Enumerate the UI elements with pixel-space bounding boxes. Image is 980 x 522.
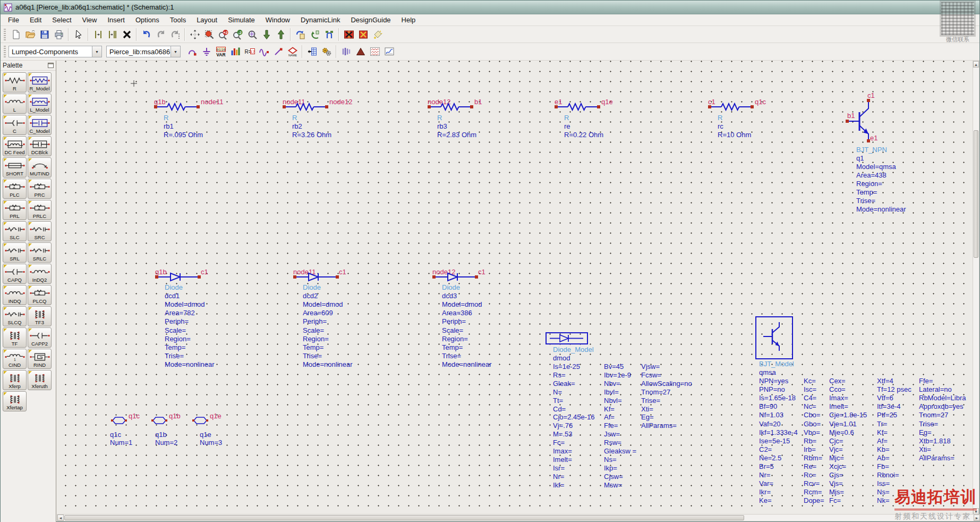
name-icon[interactable]: NAME <box>285 45 300 58</box>
component-type[interactable]: R <box>718 114 722 122</box>
model-param[interactable]: Ibvl= <box>604 389 619 396</box>
diode-symbol-dcd3[interactable] <box>432 272 479 282</box>
component-param[interactable]: Num=3 <box>200 439 222 447</box>
model-param[interactable]: Ne=2.5 <box>759 454 781 462</box>
component-param[interactable]: Region= <box>442 335 468 343</box>
arrow-up-icon[interactable] <box>274 28 288 41</box>
component-param[interactable]: Model=qmsa <box>856 163 896 171</box>
component-name[interactable]: rb3 <box>437 123 447 130</box>
model-param[interactable]: Nr= <box>759 472 770 479</box>
menu-item[interactable]: View <box>77 15 103 25</box>
component-param[interactable]: R=10 Ohm <box>718 131 751 139</box>
component-name[interactable]: q1 <box>856 155 864 162</box>
model-param[interactable]: Gbo= <box>804 420 821 428</box>
model-param[interactable]: Is=1.65e-18 <box>759 394 796 402</box>
node-label[interactable]: q1c <box>129 412 140 420</box>
model-param[interactable]: Rsw= <box>604 439 621 447</box>
model-param[interactable]: AllParams= <box>641 422 677 430</box>
model-param[interactable]: Nbv= <box>604 380 620 388</box>
palette-item[interactable]: TF3 <box>28 306 52 326</box>
resistor-symbol-re[interactable] <box>554 103 601 111</box>
simulation-gears-icon[interactable] <box>319 45 334 58</box>
redo-icon[interactable] <box>154 28 168 41</box>
model-param[interactable]: Kb= <box>877 446 890 453</box>
menu-item[interactable]: Simulate <box>223 15 260 25</box>
redo-history-icon[interactable] <box>168 28 182 41</box>
menu-item[interactable]: File <box>3 15 24 25</box>
component-param[interactable]: Area=438 <box>856 172 887 179</box>
port-icon[interactable] <box>185 45 199 58</box>
model-param[interactable]: Eg= <box>641 414 654 421</box>
palette-float-icon[interactable] <box>48 63 54 68</box>
model-param[interactable]: Vbo= <box>804 429 820 436</box>
model-param[interactable]: Vj=.76 <box>553 422 573 430</box>
palette-item[interactable]: 1 CIND <box>3 349 27 369</box>
horizontal-scroll-thumb[interactable] <box>64 515 744 520</box>
model-param[interactable]: RbModel=Libra <box>919 394 966 402</box>
component-name[interactable]: q1e <box>200 431 211 439</box>
new-file-icon[interactable] <box>8 28 23 41</box>
component-history-select[interactable]: Pierce_lib:msa0686 ▼ <box>106 46 181 57</box>
palette-item[interactable]: DC Feed <box>3 136 27 156</box>
component-param[interactable]: R=2.83 Ohm <box>437 131 476 139</box>
component-name[interactable]: qmsa <box>759 369 776 376</box>
palette-item[interactable]: CAPQ <box>3 264 27 284</box>
deactivate-component-icon[interactable] <box>342 28 356 41</box>
zoom-point-icon[interactable] <box>245 28 259 41</box>
chevron-down-icon[interactable]: ▼ <box>171 46 180 57</box>
model-param[interactable]: Cbo= <box>804 411 820 419</box>
component-param[interactable]: Trise= <box>856 197 875 205</box>
node-label[interactable]: c1 <box>478 268 485 276</box>
model-param[interactable]: Kf= <box>877 429 888 436</box>
component-name[interactable]: dmod <box>553 355 570 362</box>
component-param[interactable]: R=.095 Ohm <box>164 131 203 139</box>
model-param[interactable]: Ikf=1.333e-4 <box>759 429 798 436</box>
print-icon[interactable] <box>52 28 66 41</box>
component-type[interactable]: Diode <box>303 284 321 291</box>
component-param[interactable]: Trise= <box>165 352 184 360</box>
palette-item[interactable]: R <box>3 72 27 92</box>
toolbar-grip[interactable] <box>4 29 6 40</box>
model-param[interactable]: Vje=1.01 <box>829 420 857 428</box>
model-param[interactable]: Ibv=1e-9 <box>604 372 631 379</box>
model-param[interactable]: Nbvl= <box>604 397 622 405</box>
component-param[interactable]: Area=782 <box>165 309 195 317</box>
delete-icon[interactable] <box>120 28 134 41</box>
component-param[interactable]: Model=dmod <box>442 301 482 308</box>
model-param[interactable]: Rc= <box>804 472 816 479</box>
bjt-model-symbol[interactable] <box>755 316 794 360</box>
model-param[interactable]: Cex= <box>829 377 846 385</box>
insert-pin-icon[interactable] <box>105 28 120 41</box>
model-param[interactable]: Vjsw= <box>641 363 660 371</box>
component-type[interactable]: BJT_NPN <box>856 146 887 154</box>
component-param[interactable]: Mode=nonlinear <box>856 206 906 213</box>
component-type[interactable]: R <box>292 114 297 122</box>
model-param[interactable]: Iss= <box>877 480 890 487</box>
component-name[interactable]: q1c <box>110 431 121 439</box>
component-name[interactable]: q1b <box>155 431 167 439</box>
component-name[interactable]: dcd2 <box>303 292 318 300</box>
model-param[interactable]: Mjs= <box>829 489 844 496</box>
palette-item[interactable]: C_Model <box>28 115 52 135</box>
model-param[interactable]: Nf=1.03 <box>759 411 783 419</box>
display-pipes-icon[interactable] <box>339 45 353 58</box>
model-param[interactable]: Rbnoi= <box>877 472 899 479</box>
component-type[interactable]: R <box>564 114 569 122</box>
model-param[interactable]: NPN=yes <box>759 377 788 385</box>
model-param[interactable]: Fcsw= <box>641 372 661 379</box>
arrow-down-icon[interactable] <box>259 28 274 41</box>
palette-item[interactable]: InDQ2 <box>28 264 52 284</box>
palette-item[interactable]: L_Model <box>28 94 52 114</box>
palette-item[interactable]: PLC <box>3 179 27 199</box>
component-param[interactable]: Num=1 <box>110 439 132 447</box>
model-param[interactable]: Tnom=27 <box>641 389 670 396</box>
menu-item[interactable]: Layout <box>191 15 223 25</box>
component-param[interactable]: R=3.26 Ohm <box>292 131 331 139</box>
match-network-icon[interactable] <box>368 45 382 58</box>
resistor-symbol-rb3[interactable] <box>427 103 474 111</box>
component-param[interactable]: Scale= <box>165 327 186 334</box>
port-symbol-q1e[interactable] <box>191 416 209 425</box>
model-param[interactable]: Var= <box>759 480 773 487</box>
model-param[interactable]: Msw= <box>604 482 622 489</box>
palette-item[interactable]: TF <box>3 327 27 348</box>
